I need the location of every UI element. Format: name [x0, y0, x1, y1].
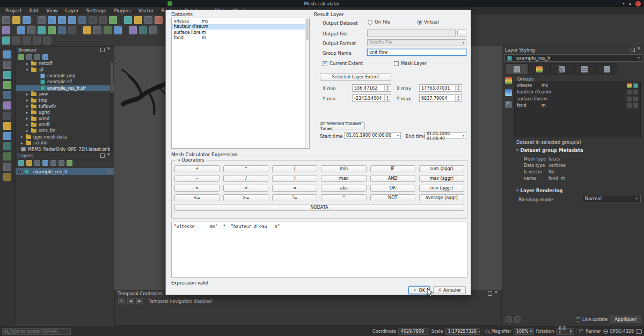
expander-icon[interactable] — [26, 116, 31, 121]
identify-features-icon[interactable] — [124, 16, 132, 24]
operator-button[interactable]: != — [272, 194, 317, 201]
browser-item[interactable]: selafin — [16, 140, 114, 146]
options-icon[interactable] — [149, 26, 157, 34]
add-raster-layer-icon[interactable] — [3, 61, 11, 69]
xmin-spinbox[interactable]: 536.47162 — [352, 84, 391, 92]
operator-button[interactable]: sum (aggr) — [419, 165, 464, 172]
ok-button[interactable]: ✔ OK — [408, 286, 430, 294]
group-name-input[interactable] — [367, 49, 466, 56]
on-file-radio[interactable]: On File — [368, 19, 390, 25]
expander-icon[interactable] — [26, 68, 31, 72]
operator-button[interactable]: IF — [370, 165, 415, 172]
filter-browser-icon[interactable] — [26, 54, 32, 60]
nodata-button[interactable]: NODATA — [174, 204, 464, 211]
crs-value[interactable]: EPSG:4326 — [610, 329, 634, 334]
browser-item[interactable]: tmp — [16, 97, 114, 103]
open-attribute-table-icon[interactable] — [83, 26, 91, 34]
menu-project[interactable]: Project — [2, 8, 26, 13]
field-calculator-icon[interactable] — [93, 26, 101, 34]
operator-button[interactable]: = — [272, 185, 317, 192]
operator-button[interactable]: < — [174, 185, 219, 192]
metadata-section-header[interactable]: ▾ Dataset group Metadata — [516, 148, 583, 153]
zoom-last-icon[interactable] — [89, 16, 97, 24]
redo-icon[interactable] — [43, 36, 51, 45]
menu-edit[interactable]: Edit — [26, 8, 42, 13]
blending-mode-select[interactable]: Normal ▾ — [582, 195, 641, 202]
ymax-spinbox[interactable]: 6837.79004 — [419, 94, 462, 102]
add-wfs-layer-icon[interactable] — [3, 152, 11, 160]
new-shapefile-icon[interactable] — [3, 173, 11, 181]
style-history-icon[interactable] — [506, 316, 512, 323]
tab-mesh-frame[interactable] — [551, 63, 573, 75]
checkbox-icon[interactable] — [394, 61, 399, 66]
operators-legend[interactable]: ▾ Operators — [176, 157, 207, 163]
operator-button[interactable]: > — [223, 185, 268, 192]
pan-map-icon[interactable] — [38, 16, 46, 24]
live-update-checkbox[interactable] — [576, 317, 580, 322]
collapse-all-icon[interactable] — [34, 54, 40, 60]
open-project-icon[interactable] — [12, 16, 20, 24]
radio-icon[interactable] — [368, 20, 372, 25]
browser-item[interactable]: ugrid — [16, 109, 114, 115]
refresh-browser-icon[interactable] — [18, 54, 24, 60]
operator-button[interactable]: NOT — [370, 194, 415, 201]
operator-button[interactable]: ) — [272, 175, 317, 182]
operator-button[interactable]: / — [223, 175, 268, 182]
temporal-fixed-range-icon[interactable]: ◀ — [127, 298, 134, 304]
expander-icon[interactable] — [26, 111, 31, 115]
browser-item[interactable]: netcdf — [16, 61, 114, 67]
collapse-all-icon[interactable] — [58, 160, 64, 166]
add-oracle-layer-icon[interactable] — [3, 122, 11, 130]
expand-all-icon[interactable] — [50, 160, 56, 166]
close-icon[interactable]: ✕ — [635, 1, 641, 6]
manage-map-themes-icon[interactable] — [34, 160, 40, 166]
save-edits-icon[interactable] — [114, 26, 122, 34]
add-wcs-layer-icon[interactable] — [3, 142, 11, 150]
add-vector-layer-icon[interactable] — [17, 26, 25, 34]
operator-button[interactable]: AND — [370, 175, 415, 182]
contours-toggle-icon[interactable] — [627, 90, 632, 94]
dataset-group-row[interactable]: hauteur d'eau m — [515, 89, 640, 96]
close-panel-icon[interactable] — [637, 48, 641, 52]
save-project-icon[interactable] — [23, 16, 31, 24]
add-mesh-layer-icon[interactable] — [38, 26, 46, 34]
add-spatialite-layer-icon[interactable] — [3, 91, 11, 99]
add-mssql-layer-icon[interactable] — [3, 112, 11, 120]
browser-item[interactable]: sww — [16, 91, 114, 97]
expander-icon[interactable] — [26, 129, 31, 133]
contours-toggle-icon[interactable] — [627, 97, 632, 101]
contours-toggle-icon[interactable] — [627, 103, 632, 108]
mesh-toggle-icon[interactable] — [633, 97, 638, 101]
output-format-select[interactable]: Selafin File▾ — [367, 39, 466, 46]
current-extent-checkbox[interactable]: Current Extent — [323, 61, 363, 66]
style-options-icon[interactable] — [514, 316, 521, 323]
refresh-map-icon[interactable] — [109, 16, 117, 24]
all-dataset-times-button[interactable]: All Selected Dataset Times — [320, 122, 365, 129]
float-panel-icon[interactable] — [100, 154, 105, 158]
selected-layer-extent-button[interactable]: Selected Layer Extent — [320, 74, 391, 81]
close-panel-icon[interactable] — [107, 154, 111, 158]
python-console-icon[interactable] — [129, 26, 137, 34]
apply-button[interactable]: Appliquer — [610, 316, 641, 323]
layer-visibility-checkbox[interactable] — [18, 170, 22, 174]
current-edits-icon[interactable] — [2, 36, 10, 45]
checkbox-icon[interactable] — [323, 61, 327, 66]
messages-icon[interactable] — [636, 329, 642, 334]
virtual-radio[interactable]: Virtual — [417, 19, 439, 25]
close-panel-icon[interactable] — [494, 291, 499, 296]
operator-button[interactable]: min — [321, 165, 366, 172]
float-panel-icon[interactable] — [488, 291, 492, 296]
measure-icon[interactable] — [155, 16, 163, 24]
expander-icon[interactable] — [26, 92, 31, 97]
zoom-in-icon[interactable] — [48, 16, 56, 24]
scalar-dataset-icon[interactable] — [505, 77, 512, 84]
render-checkbox[interactable] — [579, 329, 583, 333]
mesh-toggle-icon[interactable] — [633, 83, 638, 88]
remove-layer-icon[interactable] — [67, 160, 72, 166]
scale-select[interactable]: 1:179257328▾ — [445, 328, 480, 335]
enable-properties-icon[interactable] — [42, 54, 48, 60]
operator-button[interactable]: OR — [370, 185, 415, 192]
add-raster-layer-icon[interactable] — [27, 26, 35, 34]
toggle-editing-icon[interactable] — [104, 26, 112, 34]
operator-button[interactable]: ( — [272, 165, 317, 172]
